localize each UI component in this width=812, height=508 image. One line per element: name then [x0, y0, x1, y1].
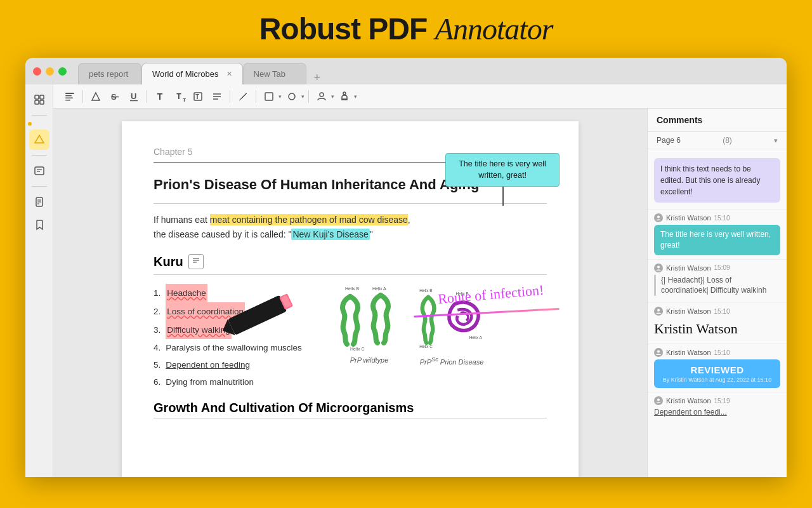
- comment-1-bubble[interactable]: I think this text needs to be edited. Bu…: [654, 158, 780, 203]
- sidebar-pages-icon[interactable]: [29, 90, 49, 110]
- pen-tool-button[interactable]: [234, 88, 252, 105]
- close-button[interactable]: [33, 67, 41, 76]
- svg-rect-1: [40, 95, 44, 99]
- shape-tool-button[interactable]: [260, 88, 278, 105]
- svg-text:Helix B: Helix B: [419, 289, 432, 293]
- list-item: 2.Loss of coordination: [154, 302, 318, 321]
- svg-text:Helix A: Helix A: [372, 286, 386, 291]
- sidebar-divider-2: [32, 155, 47, 156]
- stamp-tool-button[interactable]: [336, 88, 353, 105]
- person-chevron[interactable]: ▾: [331, 93, 334, 100]
- comment-6-meta: Kristin Watson 15:19: [654, 396, 780, 405]
- text-tool-button[interactable]: [61, 88, 79, 105]
- svg-rect-5: [35, 167, 44, 175]
- comments-panel: Comments Page 6 (8) ▾ I think this text …: [647, 109, 787, 477]
- shape-dropdown[interactable]: ▾: [260, 88, 282, 105]
- protein-wildtype: Helix B Helix A Helix C: [331, 284, 407, 391]
- list-item: 3.Difficulty walking: [154, 321, 318, 339]
- list-tool-button[interactable]: [208, 88, 226, 105]
- comment-4-avatar: [654, 307, 663, 316]
- svg-point-27: [320, 93, 324, 97]
- highlight-tool-button[interactable]: [87, 88, 105, 105]
- comments-page-header[interactable]: Page 6 (8) ▾: [648, 132, 787, 149]
- list-item: 5.Dependent on feeding: [154, 356, 318, 373]
- svg-point-26: [289, 93, 295, 100]
- svg-point-47: [657, 351, 660, 353]
- growth-title: Growth And Cultivation Of Microorganisms: [154, 401, 547, 415]
- sidebar-annotations-icon[interactable]: [29, 161, 49, 181]
- stamp-chevron[interactable]: ▾: [354, 93, 357, 100]
- polygon-tool-button[interactable]: [283, 88, 301, 105]
- page-chevron-icon[interactable]: ▾: [774, 137, 778, 145]
- minimize-button[interactable]: [46, 67, 54, 76]
- svg-rect-2: [35, 100, 39, 104]
- svg-point-44: [657, 216, 660, 218]
- polygon-dropdown[interactable]: ▾: [283, 88, 304, 105]
- svg-text:T: T: [195, 93, 199, 100]
- kuru-title: Kuru: [154, 255, 183, 269]
- tabs-bar: pets report World of Microbes ✕ New Tab …: [78, 58, 779, 84]
- main-area: S U T TT T: [53, 84, 787, 477]
- protein-wildtype-label: PrP wildtype: [350, 356, 389, 364]
- text-t-button[interactable]: T: [151, 88, 169, 105]
- svg-rect-25: [265, 93, 273, 100]
- svg-point-48: [657, 399, 660, 401]
- comment-4-signature: Kristin Watson: [654, 318, 780, 340]
- svg-text:Helix A: Helix A: [469, 335, 483, 340]
- callout-line: [502, 187, 504, 206]
- comment-item-1: I think this text needs to be edited. Bu…: [648, 154, 787, 210]
- stamp-dropdown[interactable]: ▾: [336, 88, 357, 105]
- svg-marker-4: [35, 135, 44, 143]
- text-size-button[interactable]: TT: [170, 88, 188, 105]
- toolbar-sep-5: [308, 90, 309, 103]
- pdf-page: Chapter 5 The title here is very well wr…: [122, 121, 579, 477]
- tab-pets-report[interactable]: pets report: [78, 63, 141, 84]
- comment-2-avatar: [654, 213, 663, 222]
- maximize-button[interactable]: [58, 67, 67, 76]
- person-tool-button[interactable]: [313, 88, 331, 105]
- kuru-notes-icon: [188, 254, 204, 269]
- comment-4-meta: Kristin Watson 15:10: [654, 307, 780, 316]
- svg-text:Helix B: Helix B: [345, 286, 360, 291]
- comment-5-reviewed: REVIEWED By Kristin Watson at Aug 22, 20…: [654, 359, 780, 388]
- strikethrough-tool-button[interactable]: S: [106, 88, 124, 105]
- sidebar-attachments-icon[interactable]: [29, 192, 49, 212]
- polygon-chevron[interactable]: ▾: [301, 93, 304, 100]
- list-item: 4.Paralysis of the swallowing muscles: [154, 339, 318, 356]
- comment-3-avatar: [654, 264, 663, 272]
- sidebar: [25, 84, 53, 477]
- svg-rect-13: [65, 95, 72, 97]
- content-area: Chapter 5 The title here is very well wr…: [53, 109, 787, 477]
- toolbar-sep-4: [256, 90, 256, 103]
- comment-2-teal: The title here is very well written, gre…: [654, 225, 780, 255]
- comment-item-2: Kristin Watson 15:10 The title here is v…: [648, 210, 787, 260]
- kuru-divider: [154, 274, 547, 275]
- new-tab-button[interactable]: +: [309, 71, 326, 84]
- comments-header: Comments: [648, 109, 787, 132]
- tab-new-tab[interactable]: New Tab: [243, 63, 306, 84]
- toolbar: S U T TT T: [53, 84, 787, 109]
- comment-3-meta: Kristin Watson 15:09: [654, 264, 780, 272]
- svg-text:Helix C: Helix C: [419, 344, 433, 349]
- text-box-button[interactable]: T: [189, 88, 207, 105]
- svg-point-46: [657, 309, 660, 312]
- kuru-header: Kuru: [154, 254, 547, 269]
- page-count: (8): [723, 136, 732, 145]
- app-header: Robust PDF Annotator: [0, 0, 812, 58]
- svg-text:U: U: [131, 91, 136, 101]
- tab-world-of-microbes[interactable]: World of Microbes ✕: [141, 63, 243, 84]
- svg-rect-15: [65, 100, 70, 101]
- svg-point-29: [343, 92, 346, 95]
- tab-close-icon[interactable]: ✕: [226, 70, 232, 78]
- svg-rect-0: [35, 95, 39, 99]
- sidebar-highlight-icon[interactable]: [29, 130, 49, 150]
- symptoms-col: 1.Headache 2.Loss of coordination 3.Diff…: [154, 284, 318, 391]
- person-dropdown[interactable]: ▾: [313, 88, 334, 105]
- underline-tool-button[interactable]: U: [125, 88, 143, 105]
- shape-chevron[interactable]: ▾: [278, 93, 282, 100]
- svg-rect-14: [65, 97, 73, 98]
- pdf-content[interactable]: Chapter 5 The title here is very well wr…: [53, 109, 647, 477]
- sidebar-bookmarks-icon[interactable]: [29, 215, 49, 235]
- title-bar: pets report World of Microbes ✕ New Tab …: [25, 58, 787, 84]
- symptoms-with-marker: 1.Headache 2.Loss of coordination 3.Diff…: [154, 284, 318, 391]
